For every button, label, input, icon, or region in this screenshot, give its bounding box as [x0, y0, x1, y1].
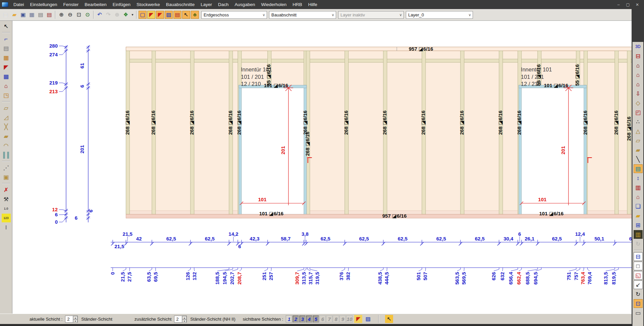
print-marked-icon[interactable]: ▤	[45, 11, 53, 19]
spin-down-icon[interactable]: ▼	[73, 319, 77, 323]
chevron-down-icon[interactable]: ∨	[467, 13, 473, 17]
wood-block-icon[interactable]: ▰	[2, 132, 11, 141]
layers-stack-icon[interactable]: ▤	[2, 44, 11, 53]
section-model-icon[interactable]: ⊟	[634, 52, 643, 60]
roof-plane-icon[interactable]: ◿	[2, 113, 11, 122]
corner-detail-icon[interactable]: ◱	[634, 271, 643, 280]
select-frame-icon[interactable]: ▢	[139, 11, 147, 19]
layer-visible-button-1[interactable]: 1	[286, 315, 292, 323]
spin-down-icon[interactable]: ▼	[182, 319, 186, 323]
timber-tree-icon[interactable]: ♣	[191, 11, 199, 19]
menu-item-layer[interactable]: Layer	[198, 0, 215, 9]
multi-select-icon[interactable]: ❏	[634, 202, 643, 211]
menu-item-fenster[interactable]: Fenster	[60, 0, 82, 9]
storey-select[interactable]: Erdgeschoss∨	[201, 11, 267, 19]
wall-tool-icon[interactable]: ⌐	[2, 35, 11, 43]
house-view-icon[interactable]: ⌂	[634, 80, 643, 89]
dashed-line-icon[interactable]: ⋰	[2, 163, 11, 172]
zoom-out-icon[interactable]: ⊖	[66, 11, 74, 19]
save-copy-icon[interactable]: ▦	[28, 11, 36, 19]
ruler-123-icon[interactable]: 123	[2, 214, 11, 222]
layer-select[interactable]: Layer_0∨	[406, 11, 473, 19]
close-button[interactable]: ✕	[633, 2, 642, 8]
view-3d-cube-icon[interactable]: ❖	[122, 11, 130, 19]
layer-visible-button-2[interactable]: 2	[292, 315, 299, 323]
house-plan-icon[interactable]: ⇩	[634, 89, 643, 98]
menu-item-wiederholen[interactable]: Wiederholen	[258, 0, 289, 9]
current-layer-spinner[interactable]: 2 ▲ ▼	[65, 316, 78, 323]
detail-window-icon[interactable]: ◰	[634, 108, 643, 117]
window-tool-icon[interactable]: ▦	[2, 53, 11, 62]
redo-icon[interactable]: ↷	[104, 11, 112, 19]
import-folder-icon[interactable]: ▰	[634, 211, 643, 220]
fill-region-icon[interactable]: ◤	[354, 315, 362, 323]
chevron-down-icon[interactable]: ∨	[398, 13, 404, 17]
delete-icon[interactable]: ✗	[2, 185, 11, 194]
hatch-blue-icon[interactable]: ▨	[364, 315, 372, 323]
menu-item-stockwerke[interactable]: Stockwerke	[133, 0, 163, 9]
corner-tool-icon[interactable]: ◤	[2, 63, 11, 71]
arch-tool-icon[interactable]: ◠	[2, 141, 11, 150]
rotate-3d-icon[interactable]: ↻	[634, 239, 643, 248]
blank-sheet-icon[interactable]: □	[634, 262, 643, 270]
stud-wall-icon[interactable]: ║║	[2, 151, 11, 159]
view-3d-caret-icon[interactable]: ▾	[130, 11, 135, 19]
maximize-button[interactable]: ▢	[623, 2, 633, 8]
layer-visible-button-3[interactable]: 3	[299, 315, 306, 323]
menu-item-datei[interactable]: Datei	[10, 0, 27, 9]
zoom-in-icon[interactable]: ⊕	[57, 11, 65, 19]
layer-settings-icon[interactable]: ⊟	[634, 252, 643, 261]
undo-icon[interactable]: ↶	[96, 11, 104, 19]
zoom-window-icon[interactable]: ⊡	[75, 11, 83, 19]
menu-item-einstellungen[interactable]: Einstellungen	[27, 0, 60, 9]
tools-icon[interactable]: ⚒	[2, 195, 11, 204]
center-view-icon[interactable]: ⊕	[113, 11, 121, 19]
hidden-partial-icon[interactable]: ▭	[634, 309, 643, 317]
zoom-previous-icon[interactable]: ↙	[634, 280, 643, 289]
wall-elevation-drawing[interactable]: 957 ◪6/16957 ◪6/16101 ◪6/16101 ◪6/16Inne…	[12, 21, 632, 314]
dimension-scale-icon[interactable]: 1.0	[2, 204, 11, 213]
select-cursor-icon[interactable]: ↖	[2, 22, 11, 31]
board-outline-icon[interactable]: ▱	[634, 136, 643, 145]
height-dim-icon[interactable]: ↕	[634, 174, 643, 182]
layer-visible-button-5[interactable]: 5	[313, 315, 319, 323]
menu-item-bearbeiten[interactable]: Bearbeiten	[82, 0, 109, 9]
menu-item-ausgaben[interactable]: Ausgaben	[232, 0, 258, 9]
open-file-icon[interactable]: ▰	[10, 11, 18, 19]
beam-cross-icon[interactable]: ╳	[2, 122, 11, 131]
line-tool-icon[interactable]: ╲	[634, 155, 643, 164]
chevron-down-icon[interactable]: ∨	[261, 13, 267, 17]
frame-edit-icon[interactable]: ◳	[2, 91, 11, 100]
plank-profile-icon[interactable]: ▱	[2, 104, 11, 112]
house-tool-icon[interactable]: ⌂	[2, 82, 11, 90]
roof-house-icon[interactable]: ⌂	[634, 193, 643, 201]
menu-item-dach[interactable]: Dach	[215, 0, 232, 9]
menu-item-hrb[interactable]: HRB	[289, 0, 305, 9]
stud-layer-icon[interactable]: ▥	[634, 183, 643, 192]
fittings-icon[interactable]: ∴	[634, 117, 643, 126]
chevron-down-icon[interactable]: ∨	[330, 13, 336, 17]
additional-layer-spinner[interactable]: 2 ▲ ▼	[174, 316, 187, 323]
drawing-canvas[interactable]: 957 ◪6/16957 ◪6/16101 ◪6/16101 ◪6/16Inne…	[12, 21, 632, 314]
pointer-icon[interactable]: ↖	[182, 11, 190, 19]
building-section-select[interactable]: Bauabschnitt∨	[269, 11, 336, 19]
part-list-icon[interactable]: ⊞	[634, 221, 643, 229]
truss-icon[interactable]: △	[634, 127, 643, 135]
layer-visible-button-4[interactable]: 4	[306, 315, 312, 323]
new-document-icon[interactable]: ▢	[2, 11, 10, 19]
marked-region-icon[interactable]: ▩	[2, 72, 11, 81]
fill-region-alt-icon[interactable]: ◤	[156, 11, 164, 19]
house-section-right-icon[interactable]: ⌂	[634, 70, 643, 79]
hatch-blue-icon[interactable]: ▨	[165, 11, 173, 19]
save-icon[interactable]: ▣	[19, 11, 27, 19]
menu-item-einfügen[interactable]: Einfügen	[110, 0, 133, 9]
spin-up-icon[interactable]: ▲	[73, 316, 77, 319]
wall-layers-icon[interactable]: ▤	[634, 164, 643, 173]
rotate-view-icon[interactable]: ↻	[634, 290, 643, 298]
plank-stack-icon[interactable]: ▥	[634, 230, 643, 239]
measure-select-icon[interactable]: ↖	[385, 315, 393, 323]
zoom-all-icon[interactable]: ⊙	[84, 11, 92, 19]
steel-beam-icon[interactable]: I	[2, 223, 11, 232]
house-section-left-icon[interactable]: ⌂	[634, 61, 643, 70]
hatch-red-icon[interactable]: ▤	[173, 11, 181, 19]
